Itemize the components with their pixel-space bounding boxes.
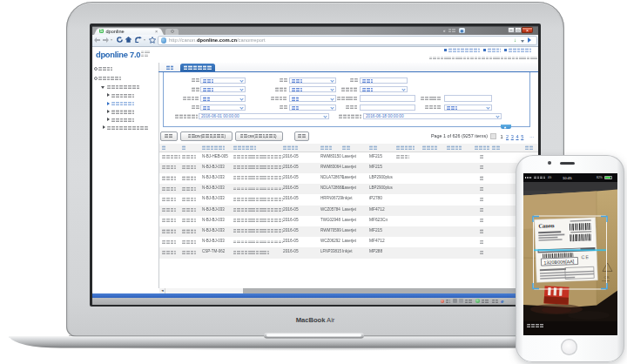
svg-text:C E: C E — [581, 254, 589, 260]
svg-text:Canon: Canon — [538, 222, 555, 229]
